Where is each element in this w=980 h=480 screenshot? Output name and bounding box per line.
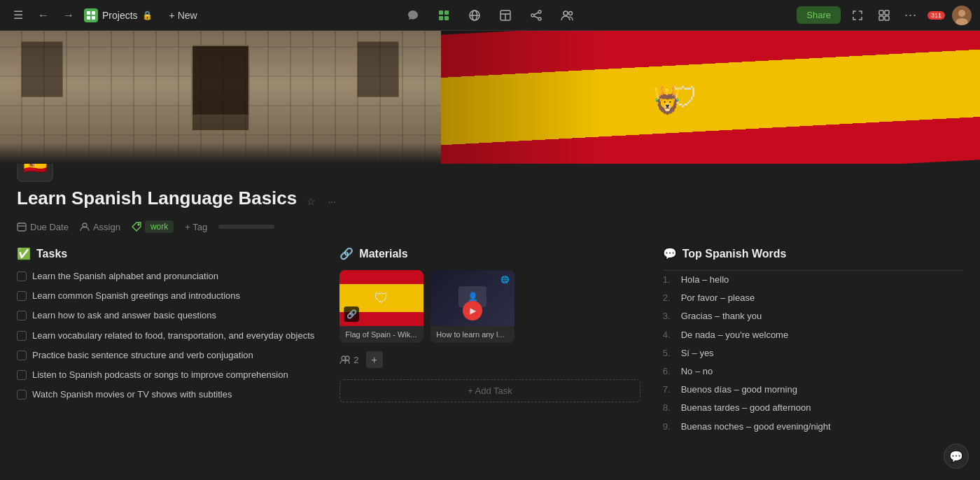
svg-point-16 (538, 17, 541, 20)
add-task-button[interactable]: + Add Task (340, 379, 640, 402)
svg-rect-22 (885, 10, 889, 15)
svg-rect-7 (444, 16, 449, 20)
word-item: 7.Buenos días – good morning (663, 383, 963, 396)
task-item: Learn the Spanish alphabet and pronuncia… (17, 270, 317, 283)
grid-nav-icon[interactable] (434, 6, 454, 25)
word-number: 4. (663, 329, 676, 341)
video-card-label: How to learn any l... (430, 326, 514, 343)
spanish-words-column: 💬 Top Spanish Words 1.Hola – hello2.Por … (663, 247, 963, 439)
word-number: 6. (663, 365, 676, 378)
task-checkbox[interactable] (17, 271, 27, 281)
layout-icon[interactable] (874, 6, 894, 25)
task-item: Learn how to ask and answer basic questi… (17, 309, 317, 322)
task-checkbox[interactable] (17, 311, 27, 320)
flag-card-label: Flag of Spain - Wik... (340, 326, 424, 343)
task-checkbox[interactable] (17, 370, 27, 380)
word-text: Gracias – thank you (681, 310, 762, 323)
user-avatar[interactable] (952, 6, 972, 25)
page-meta: Due Date Assign work + Tag (17, 220, 963, 233)
more-options-icon[interactable]: ··· (901, 6, 920, 25)
materials-header-icon: 🔗 (340, 247, 354, 260)
add-tag-meta[interactable]: + Tag (185, 222, 207, 232)
words-divider (663, 270, 963, 271)
word-number: 8. (663, 402, 676, 414)
word-text: Sí – yes (681, 347, 714, 360)
word-text: No – no (681, 365, 713, 378)
word-item: 4.De nada – you're welcome (663, 329, 963, 341)
star-icon[interactable]: ☆ (302, 193, 319, 210)
task-item: Listen to Spanish podcasts or songs to i… (17, 369, 317, 381)
hero-building-image (0, 31, 441, 164)
word-text: Buenos días – good morning (681, 383, 797, 396)
svg-point-15 (531, 14, 534, 17)
back-button[interactable]: ← (34, 6, 53, 25)
globe-nav-icon[interactable] (465, 6, 484, 25)
material-card-flag[interactable]: 🔗 Flag of Spain - Wik... (340, 270, 424, 343)
word-text: Buenas tardes – good afternoon (681, 402, 811, 414)
new-button[interactable]: + New (164, 7, 203, 24)
tag-meta[interactable]: work (132, 220, 174, 233)
svg-point-19 (564, 11, 568, 15)
svg-rect-5 (444, 10, 449, 15)
project-breadcrumb[interactable]: Projects 🔒 (84, 8, 153, 22)
task-checkbox[interactable] (17, 291, 27, 301)
task-item: Watch Spanish movies or TV shows with su… (17, 388, 317, 401)
assign-label: Assign (93, 222, 120, 232)
new-button-label: + New (169, 10, 197, 21)
svg-rect-23 (879, 16, 883, 20)
svg-point-26 (958, 10, 965, 17)
add-tag-label: + Tag (185, 222, 207, 232)
materials-grid: 🔗 Flag of Spain - Wik... 🌐 👤 ▶ How to le… (340, 270, 640, 343)
collaborator-count[interactable]: 2 (340, 354, 358, 365)
task-item: Learn common Spanish greetings and intro… (17, 290, 317, 302)
tasks-column: ✅ Tasks Learn the Spanish alphabet and p… (17, 247, 317, 439)
materials-header: 🔗 Materials (340, 247, 640, 260)
tasks-header-label: Tasks (36, 248, 67, 260)
words-list: 1.Hola – hello2.Por favor – please3.Grac… (663, 274, 963, 433)
sidebar-toggle-icon[interactable]: ☰ (8, 6, 28, 25)
fullscreen-icon[interactable] (848, 6, 867, 25)
material-card-video[interactable]: 🌐 👤 ▶ How to learn any l... (430, 270, 514, 343)
people-nav-icon[interactable] (557, 6, 577, 25)
hero-flag-image: 👑 🦁 (441, 31, 980, 164)
task-checkbox[interactable] (17, 331, 27, 341)
chat-bubble-icon[interactable]: 💬 (944, 444, 969, 469)
share-button[interactable]: Share (797, 6, 841, 24)
speech-bubble-icon: 💬 (663, 247, 677, 260)
forward-button[interactable]: → (59, 6, 78, 25)
table-nav-icon[interactable] (496, 6, 515, 25)
chat-nav-icon[interactable] (403, 6, 423, 25)
svg-rect-28 (18, 223, 26, 231)
svg-point-33 (138, 224, 139, 225)
add-material-button[interactable]: + (366, 351, 383, 368)
assign-meta[interactable]: Assign (80, 222, 120, 232)
task-text: Learn the Spanish alphabet and pronuncia… (32, 270, 218, 283)
link-badge-icon: 🔗 (344, 306, 359, 322)
word-text: De nada – you're welcome (681, 329, 789, 341)
word-number: 3. (663, 310, 676, 323)
word-text: Buenas noches – good evening/night (681, 421, 831, 433)
svg-point-20 (569, 11, 573, 15)
due-date-label: Due Date (30, 222, 69, 232)
tasks-header-icon: ✅ (17, 247, 31, 260)
share-alt-nav-icon[interactable] (526, 6, 546, 25)
task-text: Learn how to ask and answer basic questi… (32, 309, 216, 322)
svg-point-14 (538, 10, 541, 13)
task-text: Listen to Spanish podcasts or songs to i… (32, 369, 288, 381)
task-text: Practice basic sentence structure and ve… (32, 349, 253, 362)
notification-badge[interactable]: 311 (927, 11, 945, 20)
task-text: Watch Spanish movies or TV shows with su… (32, 388, 232, 401)
more-icon[interactable]: ··· (323, 193, 340, 210)
task-checkbox[interactable] (17, 390, 27, 400)
word-number: 5. (663, 347, 676, 360)
materials-column: 🔗 Materials 🔗 Flag of Spain - Wik... 🌐 (340, 247, 640, 439)
due-date-meta[interactable]: Due Date (17, 222, 69, 232)
collab-count-label: 2 (354, 355, 358, 365)
word-number: 9. (663, 421, 676, 433)
play-icon: ▶ (463, 301, 482, 320)
notification-area: 311 (927, 11, 945, 20)
svg-rect-0 (87, 11, 90, 15)
page-emoji-icon[interactable]: 🇪🇸 (17, 164, 53, 182)
content-columns: ✅ Tasks Learn the Spanish alphabet and p… (17, 247, 963, 439)
task-checkbox[interactable] (17, 351, 27, 360)
